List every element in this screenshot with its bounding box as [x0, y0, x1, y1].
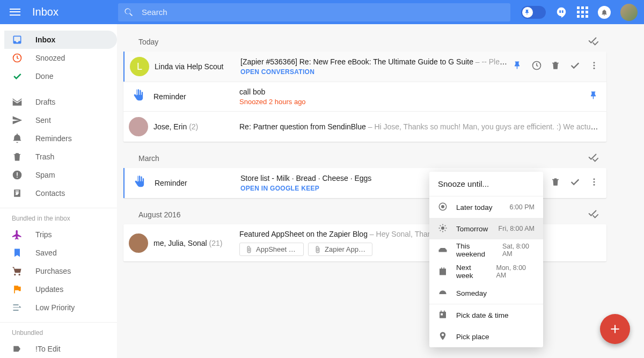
label-icon	[12, 344, 23, 354]
message-list: Today L Linda via Help Scout [Zapier #53…	[117, 24, 644, 358]
message-row[interactable]: Reminder call bobSnoozed 2 hours ago	[123, 82, 606, 111]
notifications-icon[interactable]	[598, 6, 611, 19]
sidebar-item-saved[interactable]: Saved	[0, 244, 117, 262]
draft-icon	[12, 97, 23, 107]
avatar-letter: L	[130, 57, 149, 76]
done-icon[interactable]	[569, 176, 581, 190]
open-link[interactable]: OPEN CONVERSATION	[240, 68, 509, 76]
snooze-footer-0[interactable]: Pick date & time	[429, 304, 543, 326]
message-row[interactable]: L Linda via Help Scout [Zapier #536366] …	[123, 52, 606, 82]
sidebar-item-drafts[interactable]: Drafts	[0, 93, 117, 111]
row-avatar: L	[125, 57, 155, 76]
snooze-option-next-week[interactable]: Next week Mon, 8:00 AM	[429, 261, 543, 282]
check-icon	[12, 71, 23, 82]
delete-icon[interactable]	[551, 61, 560, 72]
contacts-icon	[12, 188, 23, 199]
place-icon	[438, 331, 448, 342]
sidebar-item-label: Reminders	[35, 134, 72, 143]
spam-icon	[12, 170, 23, 180]
svg-rect-16	[440, 269, 446, 275]
more-icon[interactable]	[589, 61, 599, 72]
row-sender: Reminder	[155, 179, 240, 187]
nextweek-icon	[438, 266, 448, 277]
sweep-icon[interactable]	[587, 151, 599, 165]
snooze-icon[interactable]	[531, 60, 542, 73]
sidebar-item-spam[interactable]: Spam	[0, 166, 117, 184]
search-bar[interactable]	[118, 3, 510, 21]
snooze-option-this-weekend[interactable]: This weekend Sat, 8:00 AM	[429, 239, 543, 261]
sidebar-item-inbox[interactable]: Inbox	[4, 31, 117, 49]
header-actions	[521, 4, 638, 21]
account-avatar[interactable]	[620, 4, 638, 21]
sidebar-item-label: Updates	[35, 285, 63, 294]
hangouts-icon[interactable]	[555, 6, 567, 18]
send-icon	[12, 115, 23, 126]
reminder-icon	[132, 174, 147, 192]
cart-icon	[12, 266, 23, 276]
search-input[interactable]	[134, 8, 505, 17]
sidebar-item-trips[interactable]: Trips	[0, 225, 117, 244]
sidebar-item-low-priority[interactable]: Low Priority	[0, 298, 117, 317]
menu-icon[interactable]	[9, 6, 21, 19]
reminder-icon	[12, 133, 23, 144]
svg-point-10	[594, 178, 595, 180]
group-heading: March	[123, 147, 606, 168]
sidebar-item-contacts[interactable]: Contacts	[0, 184, 117, 202]
pin-icon[interactable]	[513, 61, 523, 72]
delete-icon[interactable]	[551, 177, 560, 189]
sidebar-item-label: Trips	[35, 230, 52, 239]
sidebar: Inbox Snoozed Done Drafts Sent Reminders…	[0, 24, 117, 358]
pin-toggle[interactable]	[521, 6, 546, 19]
attachment-chip[interactable]: Zapier AppSh…	[308, 243, 372, 256]
sidebar-item-snoozed[interactable]: Snoozed	[0, 49, 117, 67]
message-row[interactable]: Jose, Erin (2) Re: Partner question from…	[123, 111, 606, 142]
group-heading: Today	[123, 31, 606, 52]
svg-rect-2	[17, 172, 18, 176]
row-avatar	[123, 88, 153, 105]
sidebar-item-trash[interactable]: Trash	[0, 148, 117, 166]
sidebar-item-label: Sent	[35, 116, 51, 125]
row-sender: Jose, Erin (2)	[153, 122, 239, 131]
pin-icon[interactable]	[589, 91, 599, 103]
snooze-option-later-today[interactable]: Later today 6:00 PM	[429, 196, 543, 218]
svg-point-12	[594, 184, 595, 186]
svg-point-11	[594, 181, 595, 183]
row-actions	[585, 91, 599, 103]
sidebar-item-unbundled-0[interactable]: !To Edit	[0, 340, 117, 358]
sweep-icon[interactable]	[587, 208, 599, 221]
svg-point-7	[594, 65, 595, 67]
done-icon[interactable]	[569, 60, 581, 74]
sidebar-item-reminders[interactable]: Reminders	[0, 129, 117, 148]
someday-icon	[438, 288, 448, 299]
sidebar-item-label: Low Priority	[35, 303, 75, 312]
sidebar-item-label: Purchases	[35, 267, 71, 275]
attachment-chip[interactable]: AppSheet Gu…	[239, 243, 304, 256]
sidebar-heading-bundled: Bundled in the inbox	[0, 210, 117, 225]
more-icon[interactable]	[589, 177, 599, 189]
svg-point-4	[16, 192, 19, 195]
plane-icon	[12, 229, 23, 240]
avatar-photo	[129, 233, 148, 253]
sidebar-item-label: Saved	[35, 249, 57, 257]
apps-icon[interactable]	[577, 6, 588, 18]
svg-point-15	[441, 227, 444, 230]
sidebar-item-purchases[interactable]: Purchases	[0, 262, 117, 280]
sweep-icon[interactable]	[587, 35, 599, 48]
svg-point-8	[594, 68, 595, 69]
sidebar-item-sent[interactable]: Sent	[0, 111, 117, 129]
inbox-icon	[12, 34, 23, 45]
sidebar-item-label: Trash	[35, 152, 54, 161]
sidebar-item-updates[interactable]: Updates	[0, 280, 117, 298]
calendar-icon	[438, 310, 448, 321]
pin-icon	[524, 9, 531, 16]
sidebar-item-label: Drafts	[35, 98, 55, 106]
search-icon	[123, 7, 134, 18]
compose-fab[interactable]	[600, 314, 630, 344]
snooze-option-tomorrow[interactable]: Tomorrow Fri, 8:00 AM	[429, 218, 543, 239]
sidebar-item-done[interactable]: Done	[0, 67, 117, 85]
sidebar-item-label: Done	[35, 72, 53, 81]
row-sender: me, Julia, Sonal (21)	[153, 239, 239, 247]
snooze-option-someday[interactable]: Someday	[429, 282, 543, 304]
row-avatar	[123, 233, 153, 253]
snooze-footer-1[interactable]: Pick place	[429, 326, 543, 347]
